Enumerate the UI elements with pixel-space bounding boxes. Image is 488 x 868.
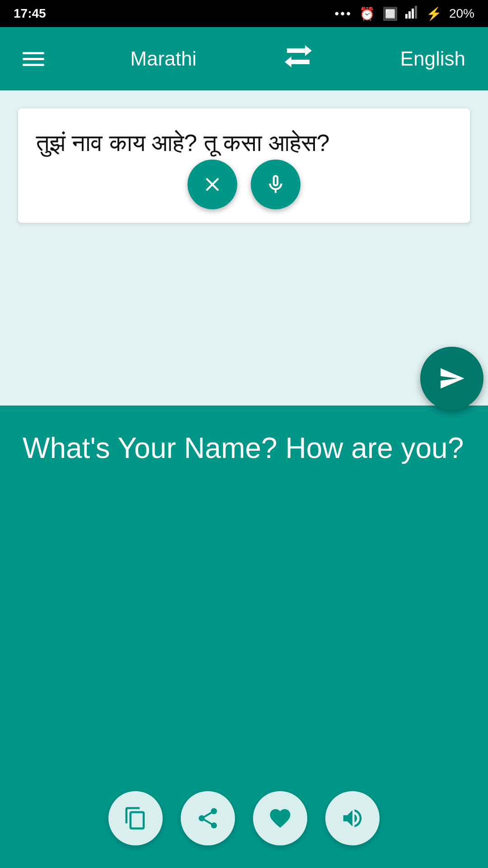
svg-rect-2 [412,9,414,19]
menu-line-2 [23,58,44,60]
microphone-icon [264,173,287,196]
menu-button[interactable] [23,52,44,66]
sim-icon: 🔲 [382,6,398,21]
output-actions [108,791,380,845]
charging-icon: ⚡ [426,6,442,21]
speaker-icon [340,806,365,830]
input-controls [188,160,300,209]
signal-icon [405,6,419,22]
svg-rect-1 [408,11,411,19]
app-header: Marathi English [0,27,488,90]
copy-button[interactable] [108,791,163,845]
share-icon [196,806,220,830]
menu-line-3 [23,64,44,66]
svg-rect-0 [405,14,408,19]
target-language-label[interactable]: English [400,47,465,70]
tts-button[interactable] [325,791,380,845]
microphone-button[interactable] [251,160,300,209]
battery-level: 20% [449,6,474,21]
source-language-label[interactable]: Marathi [130,47,197,70]
svg-marker-5 [285,57,310,67]
svg-rect-3 [415,6,417,19]
heart-icon [268,806,292,830]
svg-marker-4 [287,45,312,56]
source-text[interactable]: तुझं नाव काय आहे? तू कसा आहेस? [36,127,452,160]
copy-icon [123,806,148,830]
favorite-button[interactable] [253,791,307,845]
status-icons: ••• ⏰ 🔲 ⚡ 20% [335,6,474,22]
send-icon [438,365,465,392]
main-content: तुझं नाव काय आहे? तू कसा आहेस? [0,90,488,868]
menu-line-1 [23,52,44,54]
swap-languages-button[interactable] [282,44,314,74]
close-icon [201,173,224,196]
share-button[interactable] [181,791,235,845]
clear-button[interactable] [188,160,237,209]
translate-button[interactable] [420,347,483,410]
translated-text: What's Your Name? How are you? [23,428,465,469]
input-panel: तुझं नाव काय आहे? तू कसा आहेस? [18,108,470,223]
status-time: 17:45 [14,6,46,21]
dots-icon: ••• [335,6,352,21]
output-panel: What's Your Name? How are you? [0,406,488,868]
status-bar: 17:45 ••• ⏰ 🔲 ⚡ 20% [0,0,488,27]
alarm-icon: ⏰ [359,6,375,21]
